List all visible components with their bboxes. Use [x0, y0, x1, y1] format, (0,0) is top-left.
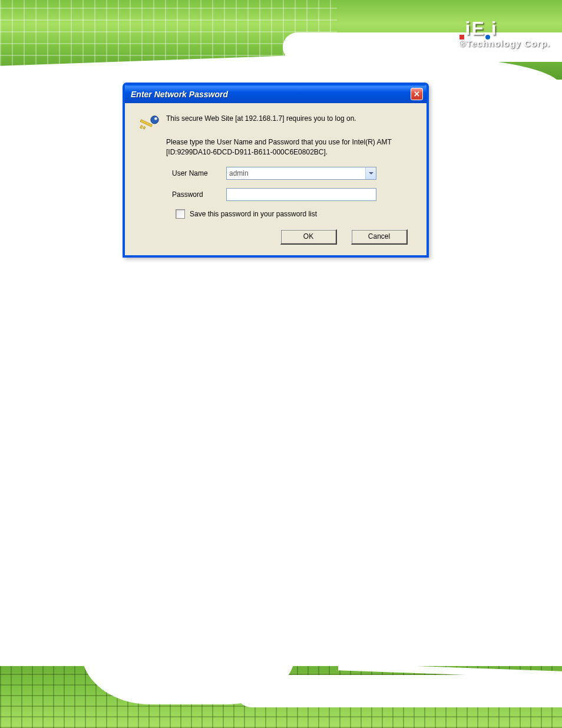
save-password-row: Save this password in your password list [176, 209, 414, 219]
password-label: Password [172, 190, 226, 199]
brand-logo: i E i ®Technology Corp. [459, 18, 550, 48]
decorative-swoosh [236, 675, 562, 707]
dialog-message-2: Please type the User Name and Password t… [166, 137, 414, 157]
dialog-container: Enter Network Password ✕ This secure Web… [123, 83, 429, 258]
username-combobox[interactable] [226, 167, 376, 180]
dialog-message-1: This secure Web Site [at 192.168.1.7] re… [166, 114, 356, 124]
username-row: User Name [172, 167, 414, 180]
dialog-body: This secure Web Site [at 192.168.1.7] re… [125, 103, 427, 255]
svg-point-1 [154, 117, 157, 120]
dialog-titlebar[interactable]: Enter Network Password ✕ [125, 85, 427, 103]
ok-button[interactable]: OK [280, 229, 337, 245]
dialog-button-row: OK Cancel [138, 229, 414, 245]
brand-tagline: ®Technology Corp. [459, 38, 550, 48]
page-header-banner: i E i ®Technology Corp. [0, 0, 562, 80]
message-row-1: This secure Web Site [at 192.168.1.7] re… [138, 114, 414, 131]
dialog-title: Enter Network Password [131, 90, 228, 99]
svg-rect-4 [143, 126, 146, 129]
username-dropdown-button[interactable] [365, 167, 376, 179]
password-row: Password [172, 188, 414, 201]
password-input[interactable] [226, 188, 376, 201]
svg-point-0 [151, 116, 158, 124]
enter-network-password-dialog: Enter Network Password ✕ This secure Web… [123, 83, 429, 258]
logo-mark: i E i [459, 18, 550, 39]
logo-letter-i2: i [491, 18, 497, 39]
page-footer-banner [0, 643, 562, 728]
key-icon [138, 114, 160, 131]
username-input[interactable] [227, 167, 365, 179]
save-password-label: Save this password in your password list [190, 210, 317, 218]
save-password-checkbox[interactable] [176, 209, 185, 219]
username-label: User Name [172, 169, 226, 177]
close-button[interactable]: ✕ [411, 88, 423, 100]
logo-letter-e: E [471, 18, 484, 39]
svg-rect-3 [140, 126, 143, 129]
close-icon: ✕ [414, 90, 420, 98]
cancel-button[interactable]: Cancel [351, 229, 408, 245]
logo-letter-i: i [465, 18, 471, 39]
